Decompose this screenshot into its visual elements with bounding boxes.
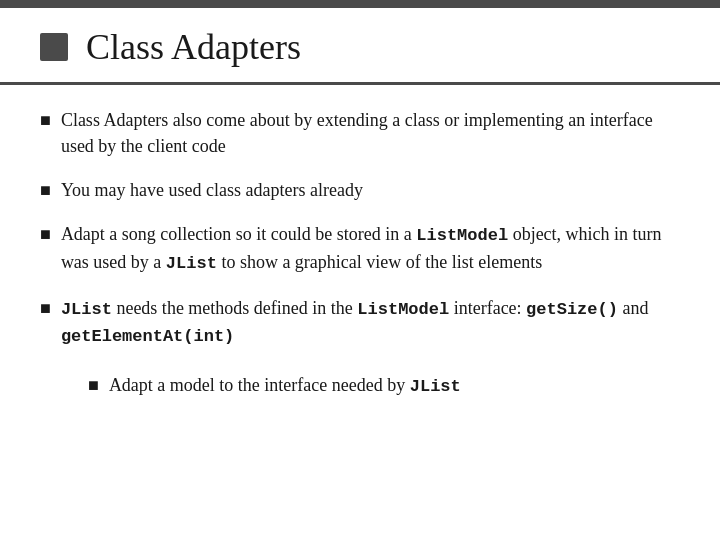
bullet-marker-1: ■ bbox=[40, 110, 51, 131]
bullet-item-4: ■ JList needs the methods defined in the… bbox=[40, 295, 680, 350]
bullet-item-2: ■ You may have used class adapters alrea… bbox=[40, 177, 680, 203]
bullet-item-1: ■ Class Adapters also come about by exte… bbox=[40, 107, 680, 159]
sub-bullet-text-1: Adapt a model to the interface needed by… bbox=[109, 372, 461, 400]
code-getsize: getSize() bbox=[526, 300, 618, 319]
bullet-marker-2: ■ bbox=[40, 180, 51, 201]
bullet-marker-4: ■ bbox=[40, 298, 51, 319]
code-listmodel-1: ListModel bbox=[416, 226, 508, 245]
bullet-item-3: ■ Adapt a song collection so it could be… bbox=[40, 221, 680, 276]
bullet-marker-3: ■ bbox=[40, 224, 51, 245]
code-getelementat: getElementAt(int) bbox=[61, 327, 234, 346]
header-square-icon bbox=[40, 33, 68, 61]
slide: Class Adapters ■ Class Adapters also com… bbox=[0, 0, 720, 540]
slide-title: Class Adapters bbox=[86, 26, 301, 68]
sub-bullet-item-1: ■ Adapt a model to the interface needed … bbox=[88, 372, 680, 400]
code-listmodel-2: ListModel bbox=[357, 300, 449, 319]
code-jlist-3: JList bbox=[410, 377, 461, 396]
code-jlist-2: JList bbox=[61, 300, 112, 319]
top-bar-decoration bbox=[0, 0, 720, 8]
sub-bullet-marker-1: ■ bbox=[88, 375, 99, 396]
code-jlist-1: JList bbox=[166, 254, 217, 273]
bullet-text-4: JList needs the methods defined in the L… bbox=[61, 295, 680, 350]
slide-content: ■ Class Adapters also come about by exte… bbox=[0, 85, 720, 540]
slide-header: Class Adapters bbox=[0, 8, 720, 85]
bullet-text-2: You may have used class adapters already bbox=[61, 177, 363, 203]
bullet-text-1: Class Adapters also come about by extend… bbox=[61, 107, 680, 159]
bullet-text-3: Adapt a song collection so it could be s… bbox=[61, 221, 680, 276]
